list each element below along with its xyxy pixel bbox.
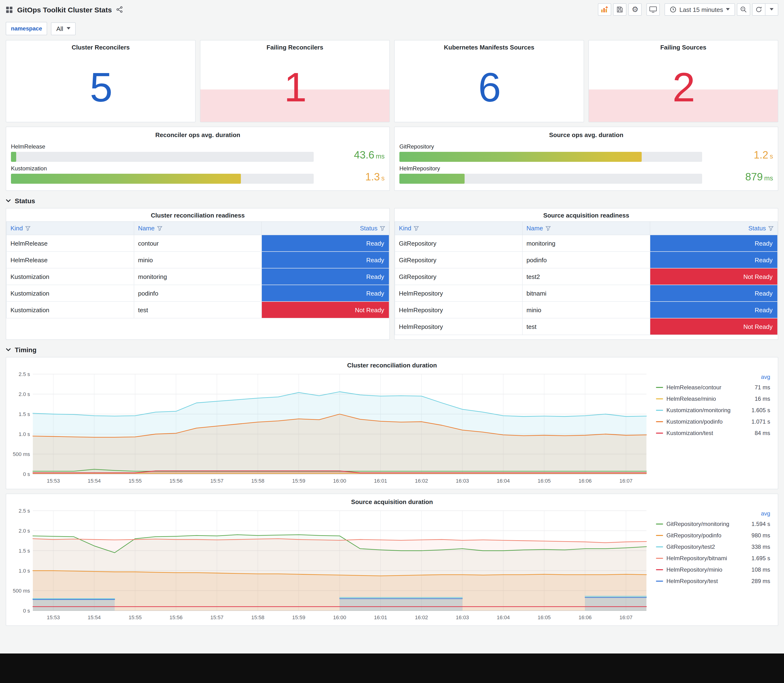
legend-series-value: 338 ms xyxy=(751,544,770,550)
cell-kind: Kustomization xyxy=(6,285,134,301)
column-header-name[interactable]: Name xyxy=(523,221,650,235)
legend-swatch xyxy=(656,524,663,524)
legend-swatch xyxy=(656,410,663,411)
zoom-out-button[interactable] xyxy=(737,3,750,16)
filter-icon[interactable] xyxy=(768,226,774,231)
legend-swatch xyxy=(656,535,663,536)
gauge-value-number: 43.6 xyxy=(354,149,374,161)
legend-item-gitrepository-podinfo[interactable]: GitRepository/podinfo980 ms xyxy=(656,530,770,541)
x-tick-label: 16:03 xyxy=(456,478,469,484)
panel-title[interactable]: Reconciler ops avg. duration xyxy=(11,128,385,140)
refresh-button[interactable] xyxy=(752,3,765,16)
gauge-value-unit: s xyxy=(381,174,385,182)
gauge-label: GitRepository xyxy=(399,143,702,150)
filter-icon[interactable] xyxy=(414,226,419,231)
gauge-label: HelmRelease xyxy=(11,143,314,150)
cell-status: Ready xyxy=(261,285,389,301)
legend-swatch xyxy=(656,547,663,547)
legend-series-name: Kustomization/monitoring xyxy=(667,407,748,414)
column-header-name[interactable]: Name xyxy=(134,221,261,235)
cell-name: test2 xyxy=(523,268,650,285)
section-timing[interactable]: Timing xyxy=(6,346,778,354)
legend-item-helmrepository-bitnami[interactable]: HelmRepository/bitnami1.695 s xyxy=(656,553,770,564)
legend-item-gitrepository-monitoring[interactable]: GitRepository/monitoring1.594 s xyxy=(656,518,770,530)
cell-kind: HelmRepository xyxy=(395,301,523,318)
share-icon[interactable] xyxy=(116,6,123,13)
legend-series-value: 289 ms xyxy=(751,578,770,585)
legend-item-kustomization-podinfo[interactable]: Kustomization/podinfo1.071 s xyxy=(656,416,770,427)
panel-title[interactable]: Failing Reconcilers xyxy=(200,40,390,52)
gauge-bar xyxy=(399,152,642,162)
panel-title[interactable]: Cluster Reconcilers xyxy=(6,40,195,52)
cell-name: monitoring xyxy=(134,268,261,285)
panel-title[interactable]: Source ops avg. duration xyxy=(399,128,773,140)
x-tick-label: 16:07 xyxy=(619,478,633,484)
legend-series-value: 1.605 s xyxy=(751,407,770,414)
filter-icon[interactable] xyxy=(25,226,30,231)
gauge-panel-source-ops-avg-duration: Source ops avg. durationGitRepository1.2… xyxy=(394,127,778,191)
legend-series-value: 84 ms xyxy=(755,430,770,436)
column-header-status[interactable]: Status xyxy=(261,221,389,235)
settings-button[interactable]: ⚙ xyxy=(628,3,642,16)
legend-item-kustomization-test[interactable]: Kustomization/test84 ms xyxy=(656,427,770,439)
legend-item-helmrepository-minio[interactable]: HelmRepository/minio108 ms xyxy=(656,564,770,576)
x-tick-label: 16:00 xyxy=(333,614,346,620)
filter-icon[interactable] xyxy=(380,226,385,231)
legend-item-helmrelease-minio[interactable]: HelmRelease/minio16 ms xyxy=(656,393,770,404)
y-tick-label: 1.0 s xyxy=(19,568,30,574)
gauge-row-helmrelease: HelmRelease43.6ms xyxy=(11,143,385,162)
add-panel-button[interactable] xyxy=(598,3,611,16)
column-header-kind[interactable]: Kind xyxy=(395,221,523,235)
tv-mode-button[interactable] xyxy=(646,3,660,16)
filter-icon[interactable] xyxy=(157,226,162,231)
x-tick-label: 15:57 xyxy=(210,614,223,620)
legend-swatch xyxy=(656,581,663,582)
cell-status: Ready xyxy=(650,252,778,268)
panel-title[interactable]: Failing Sources xyxy=(589,40,778,52)
time-series-plot[interactable]: 15:5315:5415:5515:5615:5715:5815:5916:00… xyxy=(10,507,650,622)
table-row: KustomizationpodinfoReady xyxy=(6,285,389,301)
legend-avg-header[interactable]: avg xyxy=(656,372,770,382)
status-badge-ready: Ready xyxy=(262,252,389,268)
x-tick-label: 15:54 xyxy=(88,614,101,620)
legend-item-helmrepository-test[interactable]: HelmRepository/test289 ms xyxy=(656,576,770,587)
legend-swatch xyxy=(656,387,663,388)
legend: avgHelmRelease/contour71 msHelmRelease/m… xyxy=(650,370,774,486)
cell-status: Not Ready xyxy=(650,268,778,285)
x-tick-label: 16:04 xyxy=(497,614,510,620)
panel-title[interactable]: Source acquisition readiness xyxy=(394,208,778,220)
namespace-variable-value[interactable]: All xyxy=(51,22,76,35)
legend-item-kustomization-monitoring[interactable]: Kustomization/monitoring1.605 s xyxy=(656,404,770,416)
column-header-kind[interactable]: Kind xyxy=(6,221,134,235)
legend-series-name: HelmRepository/minio xyxy=(667,566,748,573)
filter-icon[interactable] xyxy=(545,226,550,231)
legend-item-gitrepository-test2[interactable]: GitRepository/test2338 ms xyxy=(656,541,770,553)
time-series-plot[interactable]: 15:5315:5415:5515:5615:5715:5815:5916:00… xyxy=(10,370,650,486)
cell-name: test xyxy=(134,301,261,318)
legend: avgGitRepository/monitoring1.594 sGitRep… xyxy=(650,507,774,622)
stat-value: 1 xyxy=(200,53,390,122)
namespace-variable-label: namespace xyxy=(6,22,47,35)
legend-item-helmrelease-contour[interactable]: HelmRelease/contour71 ms xyxy=(656,382,770,393)
legend-avg-header[interactable]: avg xyxy=(656,509,770,518)
panel-title[interactable]: Source acquisition duration xyxy=(10,495,774,507)
stat-value: 5 xyxy=(6,53,195,122)
legend-series-name: GitRepository/podinfo xyxy=(667,532,748,539)
panel-title[interactable]: Kubernetes Manifests Sources xyxy=(394,40,584,52)
panel-title[interactable]: Cluster reconciliation duration xyxy=(10,358,774,370)
save-button[interactable] xyxy=(613,3,627,16)
legend-series-value: 108 ms xyxy=(751,566,770,573)
refresh-interval-button[interactable] xyxy=(765,3,778,16)
cell-kind: HelmRepository xyxy=(395,318,523,335)
column-header-status[interactable]: Status xyxy=(650,221,778,235)
stat-panels-row: Cluster Reconcilers5Failing Reconcilers1… xyxy=(6,40,778,122)
x-tick-label: 15:56 xyxy=(170,614,183,620)
cell-status: Not Ready xyxy=(650,318,778,335)
panel-title[interactable]: Cluster reconciliation readiness xyxy=(6,208,390,220)
time-picker[interactable]: Last 15 minutes xyxy=(665,3,735,16)
y-tick-label: 0 s xyxy=(23,608,30,614)
x-tick-label: 15:58 xyxy=(251,478,265,484)
section-status[interactable]: Status xyxy=(6,197,778,205)
x-tick-label: 15:59 xyxy=(292,478,305,484)
legend-series-value: 1.594 s xyxy=(751,521,770,527)
